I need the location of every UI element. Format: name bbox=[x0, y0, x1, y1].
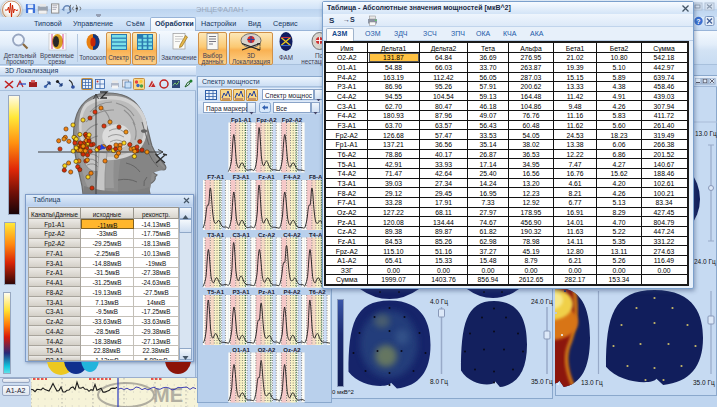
svg-text:F3-A1: F3-A1 bbox=[233, 174, 250, 180]
svg-text:T5-A1: T5-A1 bbox=[207, 289, 224, 295]
svg-text:Pz-A1: Pz-A1 bbox=[258, 289, 275, 295]
svg-text:O2-A2: O2-A2 bbox=[258, 347, 276, 353]
svg-text:Cz-A2: Cz-A2 bbox=[258, 232, 276, 238]
svg-text:Fz-A1: Fz-A1 bbox=[258, 174, 275, 180]
svg-text:Fpz-A2: Fpz-A2 bbox=[257, 117, 278, 123]
svg-text:C4-A2: C4-A2 bbox=[283, 232, 301, 238]
svg-text:T3-A1: T3-A1 bbox=[207, 232, 224, 238]
svg-text:?: ? bbox=[696, 18, 700, 25]
svg-text:Fp1-A1: Fp1-A1 bbox=[231, 117, 252, 123]
svg-text:P4-A2: P4-A2 bbox=[283, 289, 301, 295]
svg-text:F7-A1: F7-A1 bbox=[207, 174, 224, 180]
svg-text:Oz-A2: Oz-A2 bbox=[283, 347, 301, 353]
svg-text:P3-A1: P3-A1 bbox=[233, 289, 251, 295]
svg-text:C3-A1: C3-A1 bbox=[232, 232, 250, 238]
svg-text:Fp2-A2: Fp2-A2 bbox=[282, 117, 303, 123]
svg-text:T6-A2: T6-A2 bbox=[309, 289, 326, 295]
svg-text:F4-A2: F4-A2 bbox=[284, 174, 301, 180]
svg-text:O1-A1: O1-A1 bbox=[232, 347, 250, 353]
